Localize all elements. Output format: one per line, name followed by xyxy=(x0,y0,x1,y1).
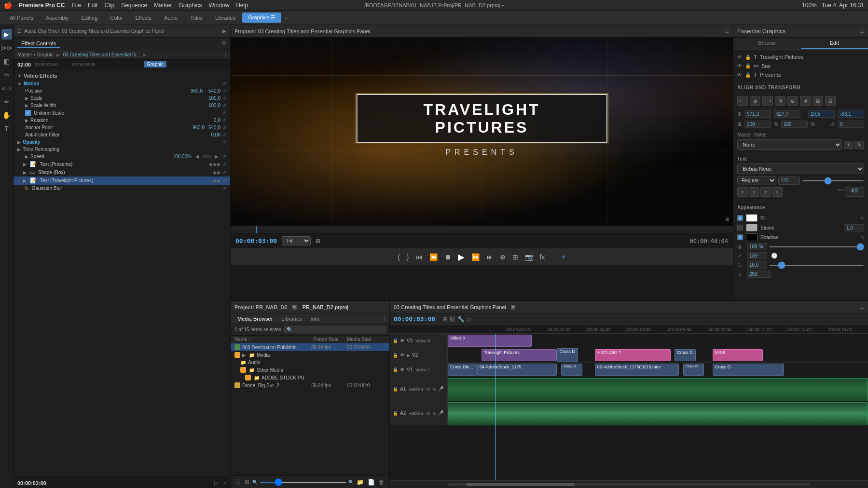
step-forward-btn[interactable]: ⏩ xyxy=(469,251,482,263)
safe-margins-btn[interactable]: ⊞ xyxy=(316,238,320,244)
font-size-slider[interactable] xyxy=(802,180,864,181)
anchor-reset[interactable]: ↺ xyxy=(222,125,226,130)
shadow-opacity-slider[interactable] xyxy=(769,246,864,247)
clip-name-breadcrumb[interactable]: 03 Creating Titles and Essential G... xyxy=(63,52,140,57)
font-select[interactable]: Bebas Neue xyxy=(737,163,864,174)
layer-travelight-chevron[interactable]: ▶ xyxy=(23,178,27,183)
panel-close-btn[interactable]: ▶ xyxy=(222,28,226,34)
shadow-angle-value[interactable]: 135° xyxy=(747,252,767,259)
stroke-checkbox[interactable] xyxy=(737,225,743,230)
scale-chevron[interactable]: ▶ xyxy=(25,96,28,101)
expand-btn[interactable]: ⟩ xyxy=(224,52,226,57)
scrubber-playhead[interactable] xyxy=(256,226,257,233)
motion-chevron[interactable]: ▼ xyxy=(17,81,22,86)
overwrite-btn[interactable]: ⊞ xyxy=(510,251,520,263)
folder-expand-chevron[interactable]: ▶ xyxy=(242,352,246,358)
zoom-slider[interactable] xyxy=(260,482,346,483)
distribute-v-btn[interactable]: ⊟ xyxy=(825,96,836,106)
fit-selector[interactable]: Fit 25% 50% 100% xyxy=(282,236,311,245)
anti-flicker-value[interactable]: 0,00 xyxy=(211,132,220,137)
rotation-chevron[interactable]: ▶ xyxy=(25,118,28,123)
v3-eye-icon[interactable]: 👁 xyxy=(400,338,405,343)
tab-effects[interactable]: Effects xyxy=(130,13,157,23)
media-item-other-folder[interactable]: 📁 Other Media xyxy=(231,366,389,374)
transform-offset-x[interactable]: 10,5 xyxy=(808,110,835,118)
align-left-text-btn[interactable]: ≡ xyxy=(737,187,748,197)
layer-box-item[interactable]: 👁 🔒 ▭ Box xyxy=(737,61,864,70)
clip-v3-1[interactable]: Video 3 xyxy=(448,335,532,347)
anchor-x[interactable]: 960,0 xyxy=(193,125,205,130)
align-justify-text-btn[interactable]: ≡ xyxy=(772,187,783,197)
clip-cross-d2-v1[interactable]: Cross D xyxy=(561,364,582,376)
a1-lock-icon[interactable]: 🔓 xyxy=(393,387,398,392)
speed-chevron[interactable]: ▶ xyxy=(25,154,28,159)
ripple-tool[interactable]: ◧ xyxy=(1,56,12,67)
fill-edit-btn[interactable]: ✎ xyxy=(860,216,864,221)
info-tab[interactable]: Info xyxy=(308,315,322,323)
layer-blur-reset[interactable]: ↺ xyxy=(222,186,226,191)
project-tab[interactable]: PR_NAB_D2.prproj xyxy=(300,303,351,311)
mark-in-btn[interactable]: { xyxy=(396,251,402,263)
master-styles-select[interactable]: None xyxy=(737,139,842,150)
layer-text-presents[interactable]: ▶ 📝 Text (Presents) ◆◆◆ ↺ xyxy=(14,160,230,168)
go-to-in-btn[interactable]: ⏮ xyxy=(414,251,425,263)
position-y[interactable]: 540,0 xyxy=(208,88,220,94)
layer-presents-chevron[interactable]: ▶ xyxy=(23,162,27,167)
monitor-menu[interactable]: ☰ xyxy=(724,28,729,34)
shadow-opacity-value[interactable]: 100 % xyxy=(747,243,767,250)
stroke-value[interactable]: 1,0 xyxy=(844,224,864,231)
add-keyframe-btn[interactable]: + xyxy=(559,251,567,263)
shadow-offset-value[interactable]: 250 xyxy=(747,271,771,278)
pen-tool[interactable]: ✒ xyxy=(1,96,12,107)
menu-window[interactable]: Window xyxy=(209,2,230,9)
menu-edit[interactable]: Edit xyxy=(88,2,98,9)
speed-reset[interactable]: ↺ xyxy=(222,154,226,159)
media-browser-tab[interactable]: Media Browser xyxy=(234,315,276,323)
rotation-reset[interactable]: ↺ xyxy=(222,118,226,123)
a2-lock-icon[interactable]: 🔓 xyxy=(393,411,398,416)
align-right-text-btn[interactable]: ≡ xyxy=(760,187,771,197)
transform-y[interactable]: 527,7 xyxy=(774,110,800,118)
transform-offset-y[interactable]: -53,1 xyxy=(838,110,864,118)
clip-cross-d-v2[interactable]: Cross D xyxy=(557,348,578,362)
project-panel-expand[interactable]: ⟩ xyxy=(384,316,386,321)
apple-menu[interactable]: 🍎 xyxy=(4,1,12,9)
layer-presents-item[interactable]: 👁 🔒 T Presents xyxy=(737,70,864,79)
motion-reset[interactable]: ↺ xyxy=(222,81,226,86)
tab-color[interactable]: Color xyxy=(104,13,128,23)
shadow-color-swatch[interactable] xyxy=(746,233,758,241)
scale-value[interactable]: 100,0 xyxy=(208,95,220,101)
uniform-scale-reset[interactable]: ↺ xyxy=(222,110,226,115)
timeline-scrollbar[interactable] xyxy=(448,483,810,486)
v1-lock-icon[interactable]: 🔓 xyxy=(393,367,398,372)
scale-width-reset[interactable]: ↺ xyxy=(222,103,226,108)
clip-cross-d4-v1[interactable]: Cross D xyxy=(713,364,784,376)
scale-width-value[interactable]: 100,0 xyxy=(208,103,220,108)
libraries-tab[interactable]: Libraries xyxy=(278,315,304,323)
transform-link-btn[interactable]: ↺ xyxy=(830,121,835,128)
tl-markers-btn[interactable]: ◇ xyxy=(467,316,471,323)
eg-edit-tab[interactable]: Edit xyxy=(801,38,868,49)
clip-04adobe[interactable]: 04-AdobeStock_1175 xyxy=(477,364,557,376)
menu-help[interactable]: Help xyxy=(236,2,248,9)
align-right-btn[interactable]: ⟶ xyxy=(762,96,773,106)
ec-play-btn[interactable]: ▷ xyxy=(214,480,218,486)
tab-editing[interactable]: Editing xyxy=(76,13,104,23)
opacity-reset[interactable]: ↺ xyxy=(222,140,226,145)
position-x[interactable]: 960,0 xyxy=(191,88,203,94)
v3-lock-icon[interactable]: 🔓 xyxy=(393,339,398,343)
eg-browse-tab[interactable]: Browse xyxy=(733,38,801,49)
tracking-value[interactable]: 400 xyxy=(845,187,864,197)
step-back-btn[interactable]: ⏪ xyxy=(427,251,440,263)
monitor-current-time[interactable]: 00:00:03:00 xyxy=(235,237,277,244)
media-item-audio-folder[interactable]: 📁 Audio xyxy=(231,359,389,366)
video-effects-chevron[interactable]: ▼ xyxy=(17,73,22,78)
a2-mic-icon[interactable]: 🎤 xyxy=(438,410,443,416)
media-item-media-folder[interactable]: ▶ 📁 Media xyxy=(231,351,389,359)
master-style-add-btn[interactable]: + xyxy=(844,141,853,149)
layer-presents-reset[interactable]: ↺ xyxy=(222,162,226,167)
fill-checkbox[interactable] xyxy=(737,215,743,221)
new-bin-btn[interactable]: 📁 xyxy=(356,478,365,487)
speed-next[interactable]: ▶ xyxy=(215,154,219,159)
menu-marker[interactable]: Marker xyxy=(154,2,172,9)
